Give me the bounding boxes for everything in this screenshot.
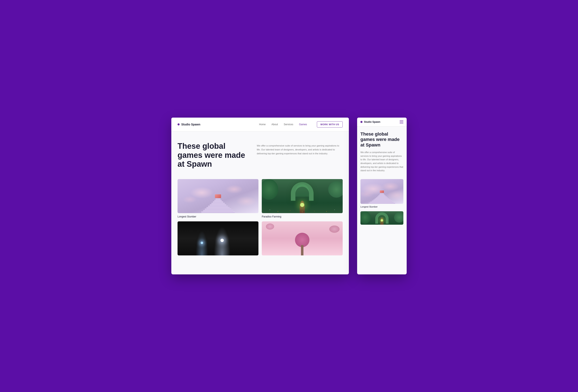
mobile-brand-name: Studio Spawn — [364, 121, 380, 123]
desktop-screen: Studio Spawn Home About Services Games W… — [171, 118, 349, 274]
stair-9 — [203, 210, 233, 212]
mobile-game-card-longest-slumber[interactable]: Longest Slumber — [360, 179, 403, 209]
screens-container: Studio Spawn Home About Services Games W… — [171, 118, 407, 274]
mobile-game-title-1: Longest Slumber — [360, 206, 403, 209]
desktop-logo: Studio Spawn — [178, 123, 200, 126]
mobile-forest-light — [381, 219, 383, 221]
hamburger-line-1 — [400, 121, 403, 121]
hero-left: These global games were made at Spawn — [178, 142, 248, 169]
stair-1 — [216, 198, 220, 200]
mobile-logo: Studio Spawn — [360, 121, 380, 123]
mobile-hero-title: These global games were made at Spawn — [360, 131, 403, 148]
light-source-2 — [220, 239, 224, 242]
desktop-hero-title: These global games were made at Spawn — [178, 142, 248, 169]
game-card-paradiso[interactable]: Paradiso Farming — [262, 179, 343, 218]
forest-arch-inner — [296, 184, 309, 197]
game-image-paradiso — [262, 179, 343, 213]
game-card-dark[interactable] — [178, 221, 258, 258]
work-with-us-button[interactable]: WORK WITH US — [317, 121, 343, 128]
game-image-dark — [178, 221, 258, 256]
game-image-longest-slumber — [178, 179, 258, 213]
desktop-hero-description: We offer a comprehensive suite of servic… — [257, 144, 343, 156]
stair-5 — [210, 204, 226, 206]
stair-4 — [211, 203, 225, 204]
mobile-hero: These global games were made at Spawn We… — [357, 127, 407, 179]
nav-link-about[interactable]: About — [271, 123, 278, 126]
desktop-nav: Studio Spawn Home About Services Games W… — [171, 118, 349, 131]
desktop-brand-name: Studio Spawn — [181, 123, 200, 126]
mobile-foliage-right — [394, 212, 403, 223]
mobile-game-image-1 — [360, 179, 403, 204]
mobile-foliage-left — [360, 211, 371, 224]
game-card-longest-slumber[interactable]: Longest Slumber — [178, 179, 258, 218]
stair-10 — [201, 212, 235, 213]
mobile-logo-dot — [360, 121, 362, 123]
nav-link-services[interactable]: Services — [284, 123, 293, 126]
pink-bush-right — [329, 225, 339, 233]
stair-7 — [206, 207, 230, 209]
forest-light — [300, 203, 304, 207]
mobile-screen: Studio Spawn These global games were mad… — [357, 118, 407, 274]
hero-right: We offer a comprehensive suite of servic… — [257, 142, 343, 169]
mobile-hero-description: We offer a comprehensive suite of servic… — [360, 151, 403, 173]
tree-trunk — [301, 245, 303, 256]
mobile-game-image-forest — [360, 211, 403, 225]
mobile-hamburger-button[interactable] — [400, 121, 403, 123]
desktop-games-grid: Longest Slumber — [171, 175, 349, 264]
mobile-stair-10 — [369, 203, 395, 204]
game-object — [215, 194, 221, 198]
nav-link-home[interactable]: Home — [259, 123, 266, 126]
nav-link-games[interactable]: Games — [299, 123, 307, 126]
game-title-paradiso: Paradiso Farming — [262, 215, 343, 218]
stair-8 — [205, 209, 231, 210]
game-title-longest-slumber: Longest Slumber — [178, 215, 258, 218]
mobile-staircase — [369, 190, 395, 204]
game-card-pink[interactable] — [262, 221, 343, 258]
pink-bush-left — [266, 223, 274, 230]
desktop-hero: These global games were made at Spawn We… — [171, 131, 349, 175]
logo-dot — [178, 123, 180, 126]
mobile-nav: Studio Spawn — [357, 118, 407, 127]
foliage-right — [328, 181, 343, 198]
mobile-game-object — [380, 190, 384, 193]
hamburger-line-2 — [400, 122, 403, 122]
stair-3 — [213, 201, 223, 203]
light-source-1 — [201, 242, 203, 244]
mobile-game-card-forest[interactable] — [360, 211, 403, 225]
desktop-nav-links: Home About Services Games WORK WITH US — [259, 121, 343, 128]
stair-6 — [208, 206, 228, 207]
pink-tree — [295, 233, 309, 256]
stair-2 — [214, 200, 222, 201]
hamburger-line-3 — [400, 123, 403, 123]
game-image-pink — [262, 221, 343, 256]
